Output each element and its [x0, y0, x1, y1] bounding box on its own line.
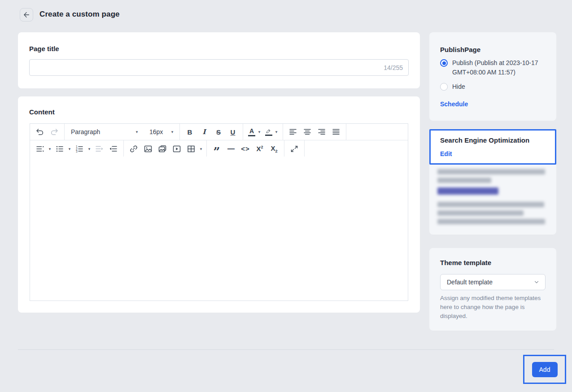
numbered-list-button[interactable]: 123	[72, 142, 87, 156]
font-color-button[interactable]: A ▾	[246, 125, 263, 139]
blockquote-button[interactable]: ”	[210, 142, 224, 156]
page-title-card: Page title 14/255	[18, 32, 420, 88]
content-editor[interactable]	[30, 157, 408, 301]
align-justify-button[interactable]	[329, 125, 343, 139]
align-left-button[interactable]	[286, 125, 300, 139]
publish-card: PublishPage Publish (Publish at 2023-10-…	[429, 32, 556, 121]
page-title: Create a custom page	[39, 10, 120, 19]
seo-highlight-box: Search Engine Optimization Edit	[429, 129, 556, 165]
seo-edit-link[interactable]: Edit	[440, 150, 452, 157]
undo-icon	[35, 127, 44, 136]
table-icon	[187, 144, 196, 153]
page-title-input-wrap: 14/255	[29, 59, 409, 76]
align-right-button[interactable]	[314, 125, 329, 139]
redacted-line	[437, 219, 545, 224]
indent-icon	[95, 144, 104, 153]
fullscreen-button[interactable]	[287, 142, 301, 156]
line-height-icon	[35, 144, 44, 153]
indent-button[interactable]	[92, 142, 106, 156]
chevron-down-icon[interactable]: ▾	[67, 147, 72, 151]
superscript-icon: X2	[256, 145, 263, 152]
outdent-icon	[109, 144, 118, 153]
publish-option[interactable]: Publish (Publish at 2023-10-17 GMT+08:00…	[440, 58, 555, 77]
radio-checked-icon[interactable]	[440, 59, 448, 67]
chevron-down-icon[interactable]: ▾	[87, 147, 92, 151]
seo-card: Search Engine Optimization Edit	[429, 129, 556, 235]
redacted-line	[437, 210, 524, 216]
back-button[interactable]	[20, 8, 33, 22]
toolbar-spacer	[305, 140, 408, 157]
highlight-color-button[interactable]: ▾	[263, 125, 280, 139]
link-icon	[129, 144, 138, 153]
outdent-button[interactable]	[106, 142, 121, 156]
add-button[interactable]: Add	[532, 362, 558, 377]
theme-template-select[interactable]: Default template	[440, 274, 546, 290]
chevron-down-icon: ▾	[170, 130, 175, 134]
horizontal-rule-button[interactable]: —	[224, 142, 238, 156]
bullet-list-button[interactable]	[52, 142, 67, 156]
chevron-down-icon: ▾	[134, 130, 140, 134]
arrow-left-icon	[22, 11, 31, 19]
code-view-button[interactable]: <>	[238, 142, 253, 156]
blockquote-icon: ”	[214, 144, 220, 154]
strikethrough-button[interactable]: S	[211, 125, 226, 139]
content-card: Content Paragraph ▾	[18, 96, 420, 313]
line-height-button[interactable]	[33, 142, 47, 156]
toolbar-row-2: ▾ ▾ 123 ▾	[30, 140, 408, 157]
format-dropdown-group: Paragraph ▾ 16px ▾	[65, 124, 180, 140]
page-title-input[interactable]	[30, 60, 384, 75]
align-center-icon	[303, 127, 312, 136]
add-button-highlight-box: Add	[523, 355, 566, 384]
text-style-group: B I S U	[180, 124, 243, 140]
insert-image-button[interactable]	[141, 142, 155, 156]
subscript-icon: X2	[271, 144, 277, 153]
video-icon	[172, 144, 181, 153]
insert-link-button[interactable]	[127, 142, 141, 156]
superscript-button[interactable]: X2	[253, 142, 267, 156]
publish-option-label: Publish (Publish at 2023-10-17 GMT+08:00…	[452, 58, 555, 77]
insert-table-button[interactable]	[184, 142, 198, 156]
italic-icon: I	[202, 128, 205, 136]
chevron-down-icon[interactable]: ▾	[47, 147, 52, 151]
insert-group: ▾	[124, 140, 207, 157]
paragraph-style-value: Paragraph	[71, 128, 100, 135]
theme-template-value: Default template	[447, 279, 493, 286]
fullscreen-icon	[290, 144, 299, 153]
align-justify-icon	[332, 127, 341, 136]
bold-icon: B	[188, 128, 192, 136]
align-center-button[interactable]	[300, 125, 314, 139]
theme-template-title: Theme template	[440, 259, 491, 266]
chevron-down-icon	[533, 279, 540, 285]
font-size-dropdown[interactable]: 16px ▾	[143, 124, 179, 140]
hide-option[interactable]: Hide	[440, 82, 555, 91]
insert-gallery-button[interactable]	[155, 142, 170, 156]
create-custom-page-screen: Create a custom page Page title 14/255 C…	[0, 0, 572, 392]
undo-button[interactable]	[33, 125, 47, 139]
publish-card-title: PublishPage	[440, 46, 480, 53]
image-icon	[144, 144, 153, 153]
italic-button[interactable]: I	[197, 125, 211, 139]
toolbar-row-1: Paragraph ▾ 16px ▾ B I S U	[30, 124, 408, 140]
align-left-icon	[288, 127, 297, 136]
redacted-line	[437, 202, 544, 207]
subscript-button[interactable]: X2	[267, 142, 281, 156]
redo-button[interactable]	[47, 125, 61, 139]
bullet-list-icon	[55, 144, 64, 153]
insert-video-button[interactable]	[170, 142, 184, 156]
rich-text-toolbar: Paragraph ▾ 16px ▾ B I S U	[30, 123, 408, 157]
paragraph-style-dropdown[interactable]: Paragraph ▾	[65, 124, 143, 140]
font-size-value: 16px	[149, 128, 163, 135]
hide-option-label: Hide	[452, 82, 555, 91]
underline-button[interactable]: U	[226, 125, 240, 139]
bold-button[interactable]: B	[183, 125, 197, 139]
radio-unchecked-icon[interactable]	[440, 83, 448, 91]
footer-divider	[18, 349, 554, 350]
seo-title: Search Engine Optimization	[440, 136, 529, 144]
theme-template-helper: Assign any modified theme templates here…	[440, 294, 547, 321]
schedule-link[interactable]: Schedule	[440, 100, 468, 108]
chevron-down-icon: ▾	[257, 130, 262, 134]
chevron-down-icon[interactable]: ▾	[198, 147, 204, 151]
gallery-icon	[158, 144, 167, 153]
strikethrough-icon: S	[216, 128, 221, 136]
code-icon: <>	[241, 145, 250, 152]
